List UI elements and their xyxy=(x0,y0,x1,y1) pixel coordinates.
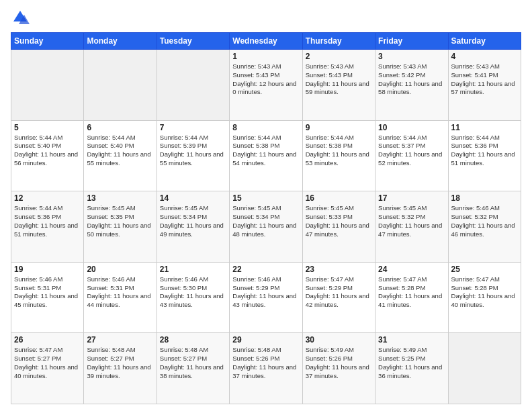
day-number: 14 xyxy=(160,193,226,203)
weekday-header-thursday: Thursday xyxy=(302,33,375,50)
week-row-2: 5Sunrise: 5:44 AM Sunset: 5:40 PM Daylig… xyxy=(11,120,521,191)
day-number: 19 xyxy=(14,265,81,274)
cell-info: Sunrise: 5:45 AM Sunset: 5:32 PM Dayligh… xyxy=(378,204,445,238)
calendar-cell: 7Sunrise: 5:44 AM Sunset: 5:39 PM Daylig… xyxy=(157,120,229,191)
calendar-cell: 14Sunrise: 5:45 AM Sunset: 5:34 PM Dayli… xyxy=(157,191,229,263)
cell-info: Sunrise: 5:44 AM Sunset: 5:40 PM Dayligh… xyxy=(14,134,81,168)
calendar-cell: 26Sunrise: 5:47 AM Sunset: 5:27 PM Dayli… xyxy=(11,333,84,404)
day-number: 3 xyxy=(378,52,445,61)
calendar-cell: 18Sunrise: 5:46 AM Sunset: 5:32 PM Dayli… xyxy=(448,191,521,263)
calendar-cell: 19Sunrise: 5:46 AM Sunset: 5:31 PM Dayli… xyxy=(11,262,84,333)
calendar-cell: 22Sunrise: 5:46 AM Sunset: 5:29 PM Dayli… xyxy=(230,262,302,333)
day-number: 21 xyxy=(160,265,226,274)
logo xyxy=(11,8,32,27)
cell-info: Sunrise: 5:44 AM Sunset: 5:40 PM Dayligh… xyxy=(87,134,153,168)
day-number: 23 xyxy=(306,265,372,274)
week-row-1: 1Sunrise: 5:43 AM Sunset: 5:43 PM Daylig… xyxy=(11,50,521,121)
day-number: 18 xyxy=(451,193,518,203)
cell-info: Sunrise: 5:47 AM Sunset: 5:29 PM Dayligh… xyxy=(306,275,372,310)
week-row-4: 19Sunrise: 5:46 AM Sunset: 5:31 PM Dayli… xyxy=(11,262,521,333)
day-number: 8 xyxy=(232,123,299,132)
calendar-table: SundayMondayTuesdayWednesdayThursdayFrid… xyxy=(11,32,521,404)
weekday-header-sunday: Sunday xyxy=(11,33,84,50)
calendar-cell: 2Sunrise: 5:43 AM Sunset: 5:43 PM Daylig… xyxy=(302,50,375,121)
calendar-cell: 25Sunrise: 5:47 AM Sunset: 5:28 PM Dayli… xyxy=(448,262,521,333)
day-number: 4 xyxy=(451,52,518,61)
calendar-cell: 3Sunrise: 5:43 AM Sunset: 5:42 PM Daylig… xyxy=(375,50,448,121)
cell-info: Sunrise: 5:47 AM Sunset: 5:28 PM Dayligh… xyxy=(378,275,445,310)
calendar-cell: 21Sunrise: 5:46 AM Sunset: 5:30 PM Dayli… xyxy=(157,262,229,333)
calendar-cell: 13Sunrise: 5:45 AM Sunset: 5:35 PM Dayli… xyxy=(84,191,157,263)
day-number: 13 xyxy=(87,193,153,203)
cell-info: Sunrise: 5:48 AM Sunset: 5:26 PM Dayligh… xyxy=(232,346,299,380)
calendar-cell: 24Sunrise: 5:47 AM Sunset: 5:28 PM Dayli… xyxy=(375,262,448,333)
cell-info: Sunrise: 5:48 AM Sunset: 5:27 PM Dayligh… xyxy=(160,346,226,380)
calendar-cell: 29Sunrise: 5:48 AM Sunset: 5:26 PM Dayli… xyxy=(230,333,302,404)
day-number: 20 xyxy=(87,265,153,274)
calendar-cell xyxy=(448,333,521,404)
cell-info: Sunrise: 5:48 AM Sunset: 5:27 PM Dayligh… xyxy=(87,346,153,380)
calendar-cell: 23Sunrise: 5:47 AM Sunset: 5:29 PM Dayli… xyxy=(302,262,375,333)
cell-info: Sunrise: 5:47 AM Sunset: 5:27 PM Dayligh… xyxy=(14,346,81,380)
cell-info: Sunrise: 5:44 AM Sunset: 5:36 PM Dayligh… xyxy=(451,134,518,168)
cell-info: Sunrise: 5:46 AM Sunset: 5:31 PM Dayligh… xyxy=(14,275,81,310)
cell-info: Sunrise: 5:45 AM Sunset: 5:35 PM Dayligh… xyxy=(87,204,153,238)
cell-info: Sunrise: 5:44 AM Sunset: 5:38 PM Dayligh… xyxy=(306,134,372,168)
day-number: 29 xyxy=(232,335,299,345)
calendar-cell xyxy=(157,50,229,121)
cell-info: Sunrise: 5:47 AM Sunset: 5:28 PM Dayligh… xyxy=(451,275,518,310)
calendar-cell: 11Sunrise: 5:44 AM Sunset: 5:36 PM Dayli… xyxy=(448,120,521,191)
cell-info: Sunrise: 5:45 AM Sunset: 5:34 PM Dayligh… xyxy=(232,204,299,238)
weekday-header-row: SundayMondayTuesdayWednesdayThursdayFrid… xyxy=(11,33,521,50)
cell-info: Sunrise: 5:43 AM Sunset: 5:43 PM Dayligh… xyxy=(232,62,299,97)
weekday-header-saturday: Saturday xyxy=(448,33,521,50)
day-number: 11 xyxy=(451,123,518,132)
cell-info: Sunrise: 5:45 AM Sunset: 5:33 PM Dayligh… xyxy=(306,204,372,238)
cell-info: Sunrise: 5:43 AM Sunset: 5:41 PM Dayligh… xyxy=(451,62,518,97)
calendar-cell: 17Sunrise: 5:45 AM Sunset: 5:32 PM Dayli… xyxy=(375,191,448,263)
calendar-cell: 5Sunrise: 5:44 AM Sunset: 5:40 PM Daylig… xyxy=(11,120,84,191)
day-number: 15 xyxy=(232,193,299,203)
weekday-header-wednesday: Wednesday xyxy=(230,33,302,50)
cell-info: Sunrise: 5:44 AM Sunset: 5:37 PM Dayligh… xyxy=(378,134,445,168)
day-number: 25 xyxy=(451,265,518,274)
day-number: 5 xyxy=(14,123,81,132)
week-row-5: 26Sunrise: 5:47 AM Sunset: 5:27 PM Dayli… xyxy=(11,333,521,404)
calendar-cell: 10Sunrise: 5:44 AM Sunset: 5:37 PM Dayli… xyxy=(375,120,448,191)
calendar-cell: 15Sunrise: 5:45 AM Sunset: 5:34 PM Dayli… xyxy=(230,191,302,263)
calendar-cell: 1Sunrise: 5:43 AM Sunset: 5:43 PM Daylig… xyxy=(230,50,302,121)
calendar-cell: 12Sunrise: 5:44 AM Sunset: 5:36 PM Dayli… xyxy=(11,191,84,263)
day-number: 17 xyxy=(378,193,445,203)
day-number: 22 xyxy=(232,265,299,274)
cell-info: Sunrise: 5:44 AM Sunset: 5:39 PM Dayligh… xyxy=(160,134,226,168)
day-number: 16 xyxy=(306,193,372,203)
calendar-cell: 6Sunrise: 5:44 AM Sunset: 5:40 PM Daylig… xyxy=(84,120,157,191)
logo-icon xyxy=(11,8,30,27)
cell-info: Sunrise: 5:43 AM Sunset: 5:43 PM Dayligh… xyxy=(306,62,372,97)
cell-info: Sunrise: 5:44 AM Sunset: 5:36 PM Dayligh… xyxy=(14,204,81,238)
day-number: 9 xyxy=(306,123,372,132)
calendar-cell: 31Sunrise: 5:49 AM Sunset: 5:25 PM Dayli… xyxy=(375,333,448,404)
day-number: 10 xyxy=(378,123,445,132)
weekday-header-tuesday: Tuesday xyxy=(157,33,229,50)
calendar-cell: 27Sunrise: 5:48 AM Sunset: 5:27 PM Dayli… xyxy=(84,333,157,404)
cell-info: Sunrise: 5:43 AM Sunset: 5:42 PM Dayligh… xyxy=(378,62,445,97)
cell-info: Sunrise: 5:46 AM Sunset: 5:29 PM Dayligh… xyxy=(232,275,299,310)
calendar-cell: 20Sunrise: 5:46 AM Sunset: 5:31 PM Dayli… xyxy=(84,262,157,333)
day-number: 26 xyxy=(14,335,81,345)
calendar-cell: 4Sunrise: 5:43 AM Sunset: 5:41 PM Daylig… xyxy=(448,50,521,121)
day-number: 2 xyxy=(306,52,372,61)
day-number: 7 xyxy=(160,123,226,132)
day-number: 1 xyxy=(232,52,299,61)
week-row-3: 12Sunrise: 5:44 AM Sunset: 5:36 PM Dayli… xyxy=(11,191,521,263)
page: SundayMondayTuesdayWednesdayThursdayFrid… xyxy=(0,0,532,411)
cell-info: Sunrise: 5:44 AM Sunset: 5:38 PM Dayligh… xyxy=(232,134,299,168)
day-number: 6 xyxy=(87,123,153,132)
calendar-cell: 28Sunrise: 5:48 AM Sunset: 5:27 PM Dayli… xyxy=(157,333,229,404)
cell-info: Sunrise: 5:46 AM Sunset: 5:30 PM Dayligh… xyxy=(160,275,226,310)
calendar-cell: 16Sunrise: 5:45 AM Sunset: 5:33 PM Dayli… xyxy=(302,191,375,263)
cell-info: Sunrise: 5:46 AM Sunset: 5:32 PM Dayligh… xyxy=(451,204,518,238)
day-number: 31 xyxy=(378,335,445,345)
calendar-cell xyxy=(11,50,84,121)
cell-info: Sunrise: 5:46 AM Sunset: 5:31 PM Dayligh… xyxy=(87,275,153,310)
